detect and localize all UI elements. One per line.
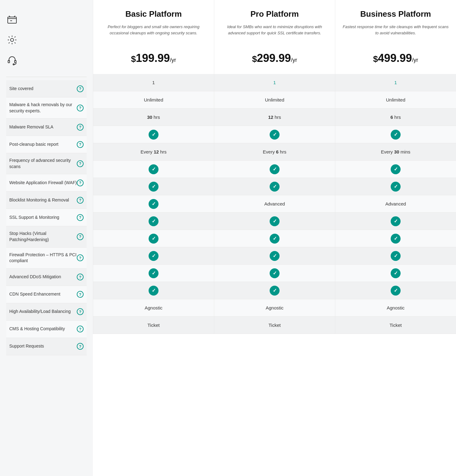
sidebar-feature-platform [6,30,87,50]
feature-label-post-cleanup: Post-cleanup basic report [9,141,59,148]
cell-basic-8 [93,213,214,230]
check-icon-pro-5 [270,164,280,174]
check-icon-basic-8 [149,216,159,226]
price-amount-pro: 299.99 [257,52,291,64]
cell-pro-12 [214,282,335,299]
help-icon-cdn[interactable]: ? [77,291,84,298]
help-icon-sla[interactable]: ? [77,124,84,131]
data-row-5 [93,161,456,178]
data-row-12 [93,282,456,299]
data-row-11 [93,265,456,282]
feature-label-support: Support Requests [9,343,44,349]
sidebar-row-sites: Site covered ? [6,80,87,97]
feature-label-sites: Site covered [9,86,33,92]
check-icon-basic-3 [149,130,159,140]
help-icon-sites[interactable]: ? [77,85,84,92]
cell-business-13: Agnostic [335,299,456,316]
check-icon-business-11 [391,268,401,278]
help-icon-scan-frequency[interactable]: ? [77,160,84,167]
cell-value-pro-2: 12 hrs [268,115,281,120]
check-icon-basic-11 [149,268,159,278]
cell-business-10 [335,247,456,264]
sidebar-row-firewall: Firewall Protection – HTTPS & PCI compli… [6,248,87,269]
cell-basic-13: Agnostic [93,299,214,316]
data-row-4: Every 12 hrsEvery 6 hrsEvery 30 mins [93,143,456,161]
price-amount-business: 499.99 [378,52,412,64]
cell-business-3 [335,126,456,143]
help-icon-ddos[interactable]: ? [77,274,84,280]
data-row-3 [93,126,456,143]
sidebar-row-ddos: Advanced DDoS Mitigation ? [6,269,87,286]
help-icon-cms[interactable]: ? [77,326,84,332]
cell-business-5 [335,161,456,178]
plan-description-pro: Ideal for SMBs who want to minimize disr… [220,24,329,45]
cell-business-12 [335,282,456,299]
cell-pro-8 [214,213,335,230]
cell-basic-11 [93,265,214,282]
plan-name-business: Business Platform [341,9,450,19]
check-icon-basic-5 [149,164,159,174]
plan-price-pro: $299.99/yr [220,52,329,65]
plan-description-basic: Perfect for bloggers and small site owne… [99,24,208,45]
sidebar-row-ha: High Availability/Load Balancing ? [6,303,87,321]
plan-price-business: $499.99/yr [341,52,450,65]
plan-header-pro: Pro Platform Ideal for SMBs who want to … [214,0,335,74]
cell-business-9 [335,230,456,247]
help-icon-post-cleanup[interactable]: ? [77,141,84,148]
sidebar-row-scan-frequency: Frequency of advanced security scans ? [6,153,87,174]
cell-pro-10 [214,247,335,264]
cell-value-business-14: Ticket [389,322,402,328]
cell-value-pro-13: Agnostic [266,305,284,310]
cell-value-business-13: Agnostic [387,305,405,310]
cell-value-basic-1: Unlimited [144,97,163,102]
check-icon-basic-10 [149,251,159,261]
cell-pro-2: 12 hrs [214,109,335,126]
cell-basic-6 [93,178,214,195]
price-period-pro: /yr [291,57,297,63]
cell-basic-1: Unlimited [93,91,214,108]
money-back-icon [6,14,18,25]
cell-pro-4: Every 6 hrs [214,143,335,160]
help-icon-firewall[interactable]: ? [77,254,84,261]
check-icon-basic-7 [149,199,159,209]
feature-label-stop-hacks: Stop Hacks (Virtual Patching/Hardening) [9,231,77,243]
help-icon-stop-hacks[interactable]: ? [77,233,84,240]
feature-label-blocklist: Blocklist Monitoring & Removal [9,197,69,203]
check-icon-basic-9 [149,234,159,244]
cell-basic-2: 30 hrs [93,109,214,126]
price-symbol-business: $ [373,54,378,64]
help-icon-ssl[interactable]: ? [77,214,84,221]
sidebar-row-ssl: SSL Support & Monitoring ? [6,209,87,226]
cell-business-8 [335,213,456,230]
help-icon-support[interactable]: ? [77,343,84,350]
cell-value-basic-4: Every 12 hrs [141,149,167,154]
feature-label-scan-frequency: Frequency of advanced security scans [9,158,77,170]
sidebar-row-support: Support Requests ? [6,338,87,355]
cell-business-14: Ticket [335,317,456,334]
help-icon-ha[interactable]: ? [77,308,84,315]
cell-basic-7 [93,195,214,212]
help-icon-malware-removals[interactable]: ? [77,105,84,111]
help-icon-blocklist[interactable]: ? [77,197,84,204]
plan-name-basic: Basic Platform [99,9,208,19]
cell-basic-4: Every 12 hrs [93,143,214,160]
feature-label-ddos: Advanced DDoS Mitigation [9,274,61,280]
cell-pro-6 [214,178,335,195]
data-row-13: AgnosticAgnosticAgnostic [93,299,456,317]
feature-label-malware-removals: Malware & hack removals by our security … [9,102,77,114]
feature-label-ha: High Availability/Load Balancing [9,309,71,315]
data-row-6 [93,178,456,195]
check-icon-business-6 [391,182,401,192]
pricing-page: Site covered ? Malware & hack removals b… [0,0,456,476]
cell-pro-3 [214,126,335,143]
headset-icon [6,54,18,66]
data-row-7: AdvancedAdvanced [93,195,456,213]
sidebar-row-malware-removals: Malware & hack removals by our security … [6,97,87,119]
cell-value-basic-0: 1 [152,80,155,85]
check-icon-business-10 [391,251,401,261]
cell-value-business-2: 6 hrs [390,115,401,120]
cell-value-pro-1: Unlimited [265,97,284,102]
cell-pro-0: 1 [214,74,335,91]
help-icon-waf[interactable]: ? [77,180,84,186]
check-icon-pro-6 [270,182,280,192]
